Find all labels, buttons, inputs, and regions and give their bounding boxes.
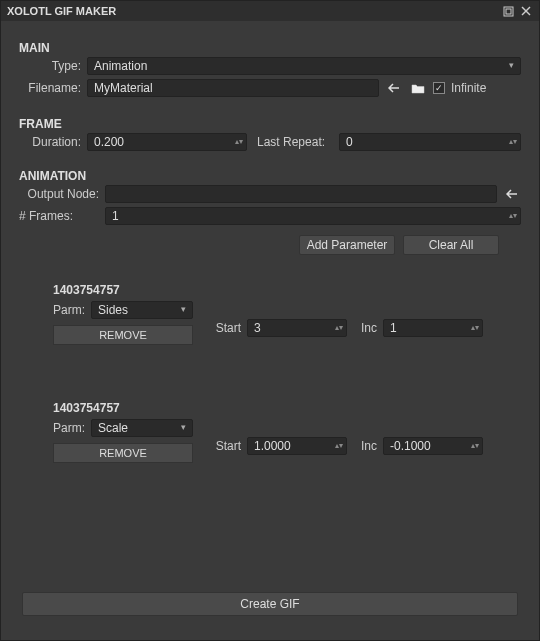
filename-input[interactable]: MyMaterial <box>87 79 379 97</box>
frames-input[interactable]: 1 ▴▾ <box>105 207 521 225</box>
start-input[interactable]: 1.0000 ▴▾ <box>247 437 347 455</box>
remove-label: REMOVE <box>99 447 147 459</box>
duration-label: Duration: <box>19 135 81 149</box>
infinite-checkbox[interactable]: ✓ <box>433 82 445 94</box>
type-row: Type: Animation <box>19 57 521 75</box>
filename-value: MyMaterial <box>94 81 153 95</box>
add-parameter-button[interactable]: Add Parameter <box>299 235 395 255</box>
output-node-label: Output Node: <box>19 187 99 201</box>
svg-rect-0 <box>504 7 513 16</box>
filename-label: Filename: <box>19 81 81 95</box>
parameter-block: 1403754757 Parm: Scale REMOVE Start <box>53 401 521 463</box>
last-repeat-input[interactable]: 0 ▴▾ <box>339 133 521 151</box>
duration-value: 0.200 <box>94 135 124 149</box>
spinner-icon[interactable]: ▴▾ <box>235 134 243 150</box>
type-select[interactable]: Animation <box>87 57 521 75</box>
last-repeat-label: Last Repeat: <box>257 135 333 149</box>
start-label: Start <box>201 439 241 453</box>
clear-all-label: Clear All <box>429 238 474 252</box>
frames-value: 1 <box>112 209 119 223</box>
parm-value: Sides <box>98 303 128 317</box>
output-node-row: Output Node: <box>19 185 521 203</box>
spinner-icon[interactable]: ▴▾ <box>509 208 517 224</box>
infinite-check-mark: ✓ <box>435 83 443 93</box>
infinite-label: Infinite <box>451 81 486 95</box>
inc-label: Inc <box>353 321 377 335</box>
window-title: XOLOTL GIF MAKER <box>7 5 116 17</box>
remove-label: REMOVE <box>99 329 147 341</box>
parameter-block: 1403754757 Parm: Sides REMOVE Start <box>53 283 521 345</box>
last-repeat-value: 0 <box>346 135 353 149</box>
arrow-left-icon[interactable] <box>503 186 521 202</box>
create-gif-button[interactable]: Create GIF <box>22 592 518 616</box>
add-parameter-label: Add Parameter <box>307 238 388 252</box>
parm-label: Parm: <box>53 421 85 435</box>
filename-row: Filename: MyMaterial ✓ Infinite <box>19 79 521 97</box>
spinner-icon[interactable]: ▴▾ <box>471 438 479 454</box>
section-animation-heading: ANIMATION <box>19 169 521 183</box>
section-main-heading: MAIN <box>19 41 521 55</box>
start-value: 1.0000 <box>254 439 291 453</box>
titlebar: XOLOTL GIF MAKER <box>1 1 539 21</box>
type-value: Animation <box>94 59 147 73</box>
parm-select[interactable]: Sides <box>91 301 193 319</box>
frame-row: Duration: 0.200 ▴▾ Last Repeat: 0 ▴▾ <box>19 133 521 151</box>
start-label: Start <box>201 321 241 335</box>
spinner-icon[interactable]: ▴▾ <box>471 320 479 336</box>
inc-value: 1 <box>390 321 397 335</box>
inc-input[interactable]: -0.1000 ▴▾ <box>383 437 483 455</box>
start-value: 3 <box>254 321 261 335</box>
frames-label: # Frames: <box>19 209 99 223</box>
frames-row: # Frames: 1 ▴▾ <box>19 207 521 225</box>
animation-buttons: Add Parameter Clear All <box>19 235 521 255</box>
spinner-icon[interactable]: ▴▾ <box>335 438 343 454</box>
parm-select[interactable]: Scale <box>91 419 193 437</box>
spinner-icon[interactable]: ▴▾ <box>335 320 343 336</box>
clear-all-button[interactable]: Clear All <box>403 235 499 255</box>
popout-icon[interactable] <box>501 4 515 18</box>
remove-button[interactable]: REMOVE <box>53 325 193 345</box>
window: XOLOTL GIF MAKER MAIN Type: Animation Fi… <box>0 0 540 641</box>
close-icon[interactable] <box>519 4 533 18</box>
content-area: MAIN Type: Animation Filename: MyMateria… <box>1 21 539 640</box>
inc-input[interactable]: 1 ▴▾ <box>383 319 483 337</box>
parameter-id: 1403754757 <box>53 401 521 415</box>
section-frame-heading: FRAME <box>19 117 521 131</box>
parm-value: Scale <box>98 421 128 435</box>
duration-input[interactable]: 0.200 ▴▾ <box>87 133 247 151</box>
type-label: Type: <box>19 59 81 73</box>
folder-icon[interactable] <box>409 80 427 96</box>
output-node-input[interactable] <box>105 185 497 203</box>
remove-button[interactable]: REMOVE <box>53 443 193 463</box>
spinner-icon[interactable]: ▴▾ <box>509 134 517 150</box>
parameter-id: 1403754757 <box>53 283 521 297</box>
create-gif-label: Create GIF <box>240 597 299 611</box>
start-input[interactable]: 3 ▴▾ <box>247 319 347 337</box>
inc-label: Inc <box>353 439 377 453</box>
parm-label: Parm: <box>53 303 85 317</box>
svg-rect-1 <box>506 9 511 14</box>
inc-value: -0.1000 <box>390 439 431 453</box>
arrow-left-icon[interactable] <box>385 80 403 96</box>
